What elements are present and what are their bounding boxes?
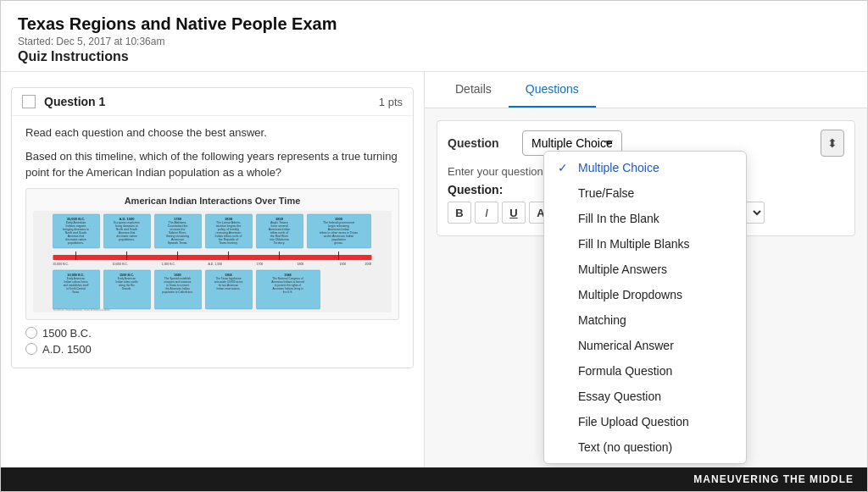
dropdown-item-label: Multiple Dropdowns	[578, 288, 682, 301]
answer-text-1: 1500 B.C.	[42, 327, 92, 340]
dropdown-item[interactable]: Fill In the Blank	[544, 206, 746, 231]
section-title: Quiz Instructions	[18, 49, 850, 64]
svg-text:1800: 1800	[298, 263, 304, 266]
right-panel: Details Questions Question Multiple Choi…	[425, 72, 867, 467]
dropdown-item-label: Matching	[578, 313, 626, 327]
exam-title: Texas Regions and Native People Exam	[18, 14, 850, 34]
instruction-text: Read each question and choose the best a…	[25, 124, 399, 141]
answer-option-2[interactable]: A.D. 1500	[25, 343, 399, 356]
question-text: Based on this timeline, which of the fol…	[25, 148, 399, 181]
svg-text:10,000 B.C.: 10,000 B.C.	[113, 263, 129, 266]
svg-text:2000: 2000	[365, 263, 372, 266]
dropdown-item[interactable]: Fill In Multiple Blanks	[544, 231, 746, 257]
svg-text:Texas.: Texas.	[72, 290, 80, 294]
footer: MANEUVERING THE MIDDLE	[1, 467, 867, 491]
underline-button[interactable]: U	[502, 202, 526, 224]
question-points: 1 pts	[379, 96, 403, 108]
svg-text:Grande.: Grande.	[122, 287, 132, 290]
dropdown-item[interactable]: Text (no question)	[544, 434, 746, 460]
dropdown-item[interactable]: Formula Question	[544, 358, 746, 384]
answer-text-2: A.D. 1500	[42, 343, 92, 356]
dropdown-item[interactable]: ✓Multiple Choice	[544, 155, 746, 180]
svg-text:Texas territory.: Texas territory.	[219, 241, 238, 245]
top-bar: Texas Regions and Native People Exam Sta…	[1, 1, 867, 72]
checkmark-icon: ✓	[558, 161, 571, 174]
dropdown-item[interactable]: Multiple Answers	[544, 257, 746, 282]
question-number: Question 1	[44, 95, 105, 108]
question-checkbox[interactable]	[22, 95, 36, 108]
bold-button[interactable]: B	[448, 202, 471, 224]
dropdown-item[interactable]: Essay Question	[544, 384, 746, 409]
svg-text:1900: 1900	[340, 263, 347, 266]
svg-text:35,000 B.C.: 35,000 B.C.	[53, 263, 70, 266]
question-box: Question 1 1 pts Read each question and …	[11, 87, 414, 368]
exam-date: Started: Dec 5, 2017 at 10:36am	[18, 36, 850, 47]
dropdown-item-label: Text (no question)	[578, 440, 672, 454]
app-container: Texas Regions and Native People Exam Sta…	[0, 0, 868, 492]
tab-questions[interactable]: Questions	[509, 72, 596, 108]
left-panel: Question 1 1 pts Read each question and …	[1, 72, 425, 467]
dropdown-item-label: Multiple Answers	[578, 263, 667, 276]
question-body: Read each question and choose the best a…	[12, 116, 413, 368]
svg-text:1,500 B.C.: 1,500 B.C.	[162, 263, 176, 266]
brand-name: MANEUVERING THE MIDDLE	[693, 473, 854, 485]
svg-text:Spanish Texas.: Spanish Texas.	[168, 241, 188, 245]
dropdown-item-label: Fill In Multiple Blanks	[578, 237, 690, 251]
svg-text:populations.: populations.	[119, 238, 135, 241]
dropdown-item[interactable]: File Upload Question	[544, 409, 746, 434]
svg-rect-53	[53, 255, 372, 260]
dropdown-item[interactable]: Multiple Dropdowns	[544, 282, 746, 307]
svg-text:Indian reservations.: Indian reservations.	[217, 287, 241, 290]
timeline-visual: 35,000 B.C. Early American Indians migra…	[33, 211, 392, 312]
svg-text:population to Catholicism.: population to Catholicism.	[162, 290, 193, 294]
dropdown-item[interactable]: Matching	[544, 307, 746, 333]
tabs-bar: Details Questions	[425, 72, 867, 108]
svg-text:grows.: grows.	[334, 241, 342, 245]
svg-text:Territory.: Territory.	[274, 241, 285, 245]
content-area: Question 1 1 pts Read each question and …	[1, 72, 867, 467]
timeline-title: American Indian Interactions Over Time	[33, 196, 392, 206]
svg-text:SOURCE: Texas Almanac; Rose: A: SOURCE: Texas Almanac; Rose: A Historica…	[53, 308, 111, 312]
answer-option-1[interactable]: 1500 B.C.	[25, 327, 399, 340]
svg-text:populations.: populations.	[68, 241, 84, 245]
timeline-container: American Indian Interactions Over Time 3…	[25, 188, 399, 320]
italic-button[interactable]: I	[475, 202, 498, 224]
radio-2[interactable]	[25, 343, 37, 355]
question-type-dropdown: ✓Multiple ChoiceTrue/FalseFill In the Bl…	[543, 151, 747, 464]
dropdown-item-label: Formula Question	[578, 364, 672, 378]
tab-details[interactable]: Details	[438, 72, 509, 108]
question-type-label: Question	[448, 136, 515, 150]
svg-text:1700: 1700	[257, 263, 264, 266]
right-content: Question Multiple Choice ⬍ Enter your qu…	[425, 108, 867, 467]
dropdown-item-label: Essay Question	[578, 390, 661, 403]
dropdown-item-label: Numerical Answer	[578, 339, 674, 352]
select-arrow-btn[interactable]: ⬍	[821, 130, 844, 157]
dropdown-item[interactable]: Numerical Answer	[544, 333, 746, 358]
svg-text:the U.S.: the U.S.	[283, 290, 293, 294]
svg-text:A.D. 1,500: A.D. 1,500	[209, 263, 223, 266]
radio-1[interactable]	[25, 327, 37, 339]
dropdown-item-label: Multiple Choice	[578, 161, 659, 174]
dropdown-item[interactable]: True/False	[544, 180, 746, 206]
dropdown-item-label: File Upload Question	[578, 415, 689, 428]
question-header: Question 1 1 pts	[12, 88, 413, 116]
dropdown-item-label: Fill In the Blank	[578, 212, 659, 225]
dropdown-item-label: True/False	[578, 186, 634, 200]
